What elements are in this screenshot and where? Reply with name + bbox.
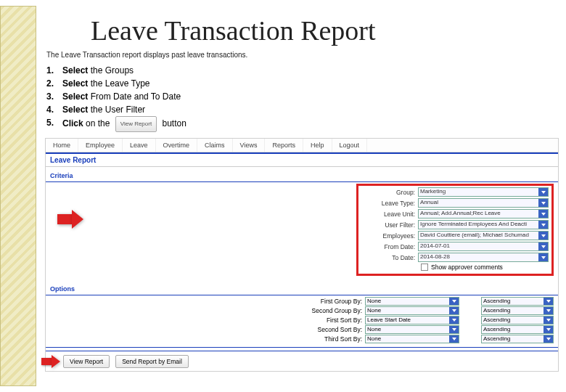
page-subtitle: The Leave Transaction report displays pa… — [46, 51, 247, 59]
chevron-down-icon — [538, 242, 548, 250]
second-group-select[interactable]: None — [365, 306, 459, 315]
from-date-select[interactable]: 2014-07-01 — [418, 242, 549, 251]
chevron-down-icon — [544, 335, 553, 343]
nav-reports[interactable]: Reports — [265, 139, 303, 152]
navbar: Home Employee Leave Overtime Claims View… — [46, 139, 558, 152]
option-row-first-sort: First Sort By: Leave Start Date Ascendin… — [46, 316, 554, 324]
second-group-sort-select[interactable]: Ascending — [481, 306, 554, 315]
option-label: Third Sort By: — [295, 335, 365, 343]
step-4: 4. Select the User Filter — [46, 103, 186, 116]
nav-overtime[interactable]: Overtime — [156, 139, 198, 152]
chevron-down-icon — [544, 307, 553, 314]
step-text: Select From Date and To Date — [62, 90, 181, 103]
criteria-header: Criteria — [46, 170, 558, 182]
view-report-button[interactable]: View Report — [63, 355, 110, 368]
step-text: Select the User Filter — [62, 103, 145, 116]
option-row-first-group: First Group By: None Ascending — [46, 297, 554, 306]
third-sort-order-select[interactable]: Ascending — [481, 335, 554, 343]
criteria-label: User Filter: — [361, 221, 418, 229]
chevron-down-icon — [449, 298, 459, 305]
step-number: 5. — [46, 116, 62, 132]
criteria-row-to-date: To Date: 2014-08-28 — [361, 253, 549, 262]
criteria-grid: Group: Marketing Leave Type: Annual Leav… — [356, 184, 554, 276]
criteria-block: Group: Marketing Leave Type: Annual Leav… — [46, 182, 558, 280]
employees-select[interactable]: David Couttiere (email); Michael Schumad — [418, 231, 549, 240]
group-select[interactable]: Marketing — [418, 187, 549, 197]
inline-view-report-button: View Report — [115, 116, 157, 132]
nav-views[interactable]: Views — [233, 139, 266, 152]
step-number: 2. — [46, 77, 62, 90]
chevron-down-icon — [538, 199, 548, 207]
steps-list: 1. Select the Groups 2. Select the Leave… — [46, 64, 186, 132]
nav-home[interactable]: Home — [46, 139, 78, 152]
checkbox-label: Show approver comments — [431, 264, 503, 271]
chevron-down-icon — [544, 317, 553, 324]
second-sort-order-select[interactable]: Ascending — [481, 325, 554, 334]
options-header: Options — [46, 283, 558, 295]
criteria-row-employees: Employees: David Couttiere (email); Mich… — [361, 231, 549, 240]
user-filter-select[interactable]: Ignore Terminated Employees And Deacti — [418, 220, 549, 229]
option-label: Second Sort By: — [295, 326, 365, 333]
option-row-third-sort: Third Sort By: None Ascending — [46, 335, 554, 343]
step-text: Select the Groups — [62, 64, 134, 77]
first-group-select[interactable]: None — [365, 297, 459, 306]
third-sort-select[interactable]: None — [365, 335, 459, 343]
leave-type-select[interactable]: Annual — [418, 198, 549, 208]
criteria-label: To Date: — [361, 254, 418, 261]
show-approver-comments-row: Show approver comments — [421, 264, 549, 271]
option-label: Second Group By: — [295, 307, 365, 314]
second-sort-select[interactable]: None — [365, 325, 459, 334]
criteria-label: Leave Unit: — [361, 211, 418, 218]
option-row-second-sort: Second Sort By: None Ascending — [46, 325, 554, 334]
app-screenshot: Home Employee Leave Overtime Claims View… — [45, 138, 559, 372]
chevron-down-icon — [449, 317, 459, 324]
options-grid: First Group By: None Ascending Second Gr… — [46, 295, 558, 348]
first-group-sort-select[interactable]: Ascending — [481, 297, 554, 306]
chevron-down-icon — [538, 253, 548, 261]
chevron-down-icon — [544, 298, 553, 305]
criteria-label: Group: — [361, 189, 418, 196]
to-date-select[interactable]: 2014-08-28 — [418, 253, 549, 262]
button-bar: View Report Send Report by Email — [46, 351, 558, 371]
chevron-down-icon — [544, 326, 553, 333]
criteria-row-group: Group: Marketing — [361, 187, 549, 197]
step-1: 1. Select the Groups — [46, 64, 186, 77]
decorative-border — [0, 6, 36, 386]
option-label: First Sort By: — [295, 317, 365, 324]
option-label: First Group By: — [295, 298, 365, 305]
first-sort-select[interactable]: Leave Start Date — [365, 316, 459, 324]
option-row-second-group: Second Group By: None Ascending — [46, 306, 554, 315]
chevron-down-icon — [449, 307, 459, 314]
criteria-row-leave-unit: Leave Unit: Annual; Add.Annual;Rec Leave — [361, 209, 549, 219]
nav-leave[interactable]: Leave — [123, 139, 156, 152]
nav-help[interactable]: Help — [303, 139, 332, 152]
chevron-down-icon — [538, 232, 548, 240]
section-leave-report: Leave Report — [46, 152, 558, 167]
step-5: 5. Click on the View Report button — [46, 116, 186, 132]
chevron-down-icon — [538, 221, 548, 229]
nav-claims[interactable]: Claims — [197, 139, 233, 152]
page-title: Leave Transaction Report — [91, 15, 376, 46]
step-number: 1. — [46, 64, 62, 77]
nav-logout[interactable]: Logout — [332, 139, 368, 152]
criteria-label: Employees: — [361, 232, 418, 240]
chevron-down-icon — [538, 188, 548, 196]
chevron-down-icon — [449, 326, 459, 333]
step-3: 3. Select From Date and To Date — [46, 90, 186, 103]
step-text: Click on the View Report button — [62, 116, 186, 132]
send-report-email-button[interactable]: Send Report by Email — [115, 355, 189, 368]
chevron-down-icon — [449, 335, 459, 343]
step-text: Select the Leave Type — [62, 77, 150, 90]
nav-employee[interactable]: Employee — [78, 139, 123, 152]
show-approver-comments-checkbox[interactable] — [421, 264, 428, 271]
first-sort-order-select[interactable]: Ascending — [481, 316, 554, 324]
criteria-label: From Date: — [361, 243, 418, 250]
step-number: 3. — [46, 90, 62, 103]
leave-unit-select[interactable]: Annual; Add.Annual;Rec Leave — [418, 209, 549, 219]
criteria-label: Leave Type: — [361, 200, 418, 207]
chevron-down-icon — [538, 210, 548, 218]
criteria-row-leave-type: Leave Type: Annual — [361, 198, 549, 208]
step-number: 4. — [46, 103, 62, 116]
step-2: 2. Select the Leave Type — [46, 77, 186, 90]
criteria-row-from-date: From Date: 2014-07-01 — [361, 242, 549, 251]
